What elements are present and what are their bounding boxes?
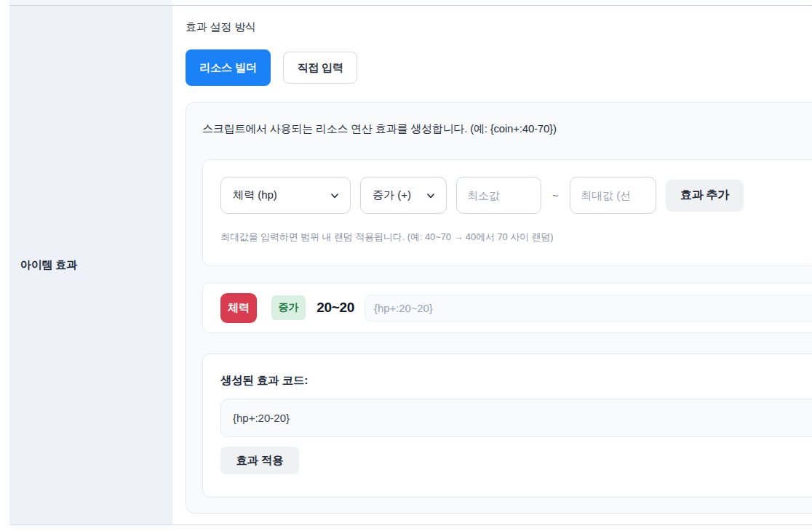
resource-badge: 체력 <box>220 293 257 323</box>
effect-controls-card: 체력 (hp) 증가 (+) ~ 효과 추가 최대값을 입력하면 범위 내 랜덤 <box>202 159 812 266</box>
item-effect-field-area: 효과 설정 방식 리소스 빌더 직접 입력 스크립트에서 사용되는 리소스 연산… <box>186 0 812 531</box>
effect-list-item: 체력 증가 20~20 {hp+:20~20} <box>202 282 812 333</box>
form-label-cell: 아이템 효과 <box>9 6 172 524</box>
max-value-input[interactable] <box>570 177 656 214</box>
min-value-input[interactable] <box>456 177 541 214</box>
effect-code-preview: {hp+:20~20} <box>365 295 812 322</box>
chevron-down-icon <box>426 191 436 201</box>
add-effect-button[interactable]: 효과 추가 <box>666 180 744 212</box>
chevron-down-icon <box>330 191 340 201</box>
resource-select[interactable]: 체력 (hp) <box>220 177 351 214</box>
generated-code-card: 생성된 효과 코드: {hp+:20-20} 효과 적용 <box>202 354 812 498</box>
resource-builder-panel: 스크립트에서 사용되는 리소스 연산 효과를 생성합니다. (예: {coin+… <box>186 102 812 514</box>
effect-controls-row: 체력 (hp) 증가 (+) ~ 효과 추가 <box>220 177 744 214</box>
previous-row-cell <box>9 0 172 5</box>
tab-direct-input[interactable]: 직접 입력 <box>283 52 357 84</box>
resource-select-value: 체력 (hp) <box>233 188 277 202</box>
operation-select[interactable]: 증가 (+) <box>360 177 447 214</box>
generated-code-value[interactable]: {hp+:20-20} <box>220 399 812 437</box>
range-separator: ~ <box>551 189 560 201</box>
range-helper-text: 최대값을 입력하면 범위 내 랜덤 적용됩니다. (예: 40~70 → 40에… <box>220 231 554 244</box>
apply-effect-button[interactable]: 효과 적용 <box>220 447 299 474</box>
form-row-label: 아이템 효과 <box>20 258 77 272</box>
effect-mode-tabs: 리소스 빌더 직접 입력 <box>186 49 357 86</box>
generated-code-heading: 생성된 효과 코드: <box>220 373 812 388</box>
effect-range-value: 20~20 <box>317 300 354 316</box>
builder-description: 스크립트에서 사용되는 리소스 연산 효과를 생성합니다. (예: {coin+… <box>202 122 557 136</box>
effect-mode-title: 효과 설정 방식 <box>186 20 256 34</box>
tab-resource-builder[interactable]: 리소스 빌더 <box>186 49 271 86</box>
operation-badge: 증가 <box>271 295 306 320</box>
operation-select-value: 증가 (+) <box>373 188 411 202</box>
